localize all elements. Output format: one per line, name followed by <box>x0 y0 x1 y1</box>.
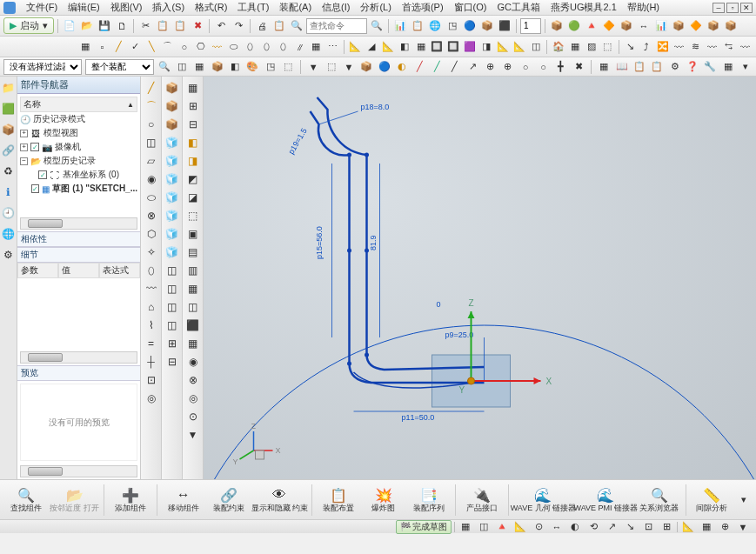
cmd-open-proximity[interactable]: 📂按邻近度 打开 <box>52 484 97 515</box>
cmd-wave-geom[interactable]: 🌊WAVE 几何 链接器 <box>515 484 571 515</box>
cut-icon[interactable]: ✂ <box>137 18 153 34</box>
grp2-d-icon[interactable]: ◳ <box>445 18 460 34</box>
scroll-thumb[interactable] <box>28 219 63 228</box>
collapse-icon[interactable]: − <box>20 157 28 165</box>
rail-navigator-icon[interactable]: 📁 <box>3 82 15 94</box>
vt1-16-icon[interactable]: ◎ <box>144 390 159 406</box>
command-search-input[interactable] <box>306 18 367 34</box>
vt3-18-icon[interactable]: ⊙ <box>185 409 201 424</box>
vt2-11-icon[interactable]: ◫ <box>164 281 180 297</box>
vt3-13-icon[interactable]: ⬛ <box>185 317 201 333</box>
vt2-3-icon[interactable]: 🧊 <box>164 135 180 150</box>
sk-circle-icon[interactable]: ○ <box>177 39 191 55</box>
tree-model-history[interactable]: −📂模型历史记录 <box>20 154 137 168</box>
sk-b5-icon[interactable]: 🔲 <box>430 39 445 55</box>
menu-edit[interactable]: 编辑(E) <box>63 1 105 14</box>
open-file-icon[interactable]: 📂 <box>79 18 95 34</box>
flt-15-icon[interactable]: ╱ <box>412 59 426 75</box>
clipboard-icon[interactable]: 📋 <box>271 18 287 34</box>
sk-a7-icon[interactable]: ⎔ <box>193 39 208 55</box>
sk-d4-icon[interactable]: ≋ <box>688 39 703 55</box>
vt2-13-icon[interactable]: ◫ <box>164 317 180 333</box>
grp2-c-icon[interactable]: 🌐 <box>427 18 443 34</box>
sk-d5-icon[interactable]: 〰 <box>705 39 719 55</box>
flt-r1-icon[interactable]: 📖 <box>615 59 629 75</box>
expand-icon[interactable]: + <box>20 144 28 151</box>
st-3-icon[interactable]: 📐 <box>512 519 528 535</box>
detail-col-expr[interactable]: 表达式 <box>99 263 140 278</box>
sk-a11-icon[interactable]: ⬯ <box>259 39 274 55</box>
sk-b0-icon[interactable]: 📐 <box>347 39 362 55</box>
flt-23-icon[interactable]: ╋ <box>554 59 568 75</box>
flt-16-icon[interactable]: ╱ <box>430 59 444 75</box>
vt2-12-icon[interactable]: ◫ <box>164 299 180 315</box>
vt2-4-icon[interactable]: 🧊 <box>164 153 180 169</box>
vt3-10-icon[interactable]: ▥ <box>185 263 201 278</box>
vt1-1-icon[interactable]: ○ <box>144 117 159 132</box>
grp2-g-icon[interactable]: ⬛ <box>497 18 512 34</box>
grp3-1-icon[interactable]: 🟢 <box>566 18 582 34</box>
detail-col-param[interactable]: 参数 <box>17 263 58 278</box>
sk-d7-icon[interactable]: 〰 <box>738 39 753 55</box>
sk-a4-icon[interactable]: ╲ <box>144 39 159 55</box>
vt3-8-icon[interactable]: ▣ <box>185 226 201 242</box>
flt-6-icon[interactable]: ◳ <box>264 59 278 75</box>
navigator-tree[interactable]: 名称▲ 🕘历史记录模式 +🖼模型视图 +✓📷摄像机 −📂模型历史记录 ✓⛶基准坐… <box>17 94 140 216</box>
vt3-6-icon[interactable]: ◪ <box>185 190 201 205</box>
rail-reuse-icon[interactable]: ♻ <box>3 165 15 177</box>
undo-icon[interactable]: ↶ <box>213 18 229 34</box>
vt3-16-icon[interactable]: ⊗ <box>185 372 201 388</box>
flt-9-icon[interactable]: ▼ <box>306 59 320 75</box>
vt1-2-icon[interactable]: ◫ <box>144 135 159 150</box>
sk-d2-icon[interactable]: 🔀 <box>656 39 671 55</box>
vt3-12-icon[interactable]: ◫ <box>185 299 201 315</box>
cmd-clearance[interactable]: 📏间隙分析 <box>692 484 731 515</box>
flt-17-icon[interactable]: ╱ <box>448 59 462 75</box>
vt2-9-icon[interactable]: 🧊 <box>164 244 180 260</box>
cmd-relation-browser[interactable]: 🔍关系浏览器 <box>640 484 679 515</box>
menu-yanxiu[interactable]: 燕秀UG模具2.1 <box>545 1 622 14</box>
vt1-3-icon[interactable]: ▱ <box>144 153 159 169</box>
vt1-8-icon[interactable]: ✧ <box>144 244 159 260</box>
vt2-10-icon[interactable]: ◫ <box>164 263 180 278</box>
flt-4-icon[interactable]: ◧ <box>228 59 242 75</box>
menu-file[interactable]: 文件(F) <box>21 1 63 14</box>
save-icon[interactable]: 💾 <box>97 18 112 34</box>
vt3-5-icon[interactable]: ◩ <box>185 171 201 187</box>
panel-hscroll[interactable] <box>20 465 137 477</box>
sk-arc-icon[interactable]: ⌒ <box>161 39 176 55</box>
vt1-4-icon[interactable]: ◉ <box>144 171 159 187</box>
filter-select-1[interactable]: 没有选择过滤器 <box>3 59 82 75</box>
sk-c2-icon[interactable]: ▨ <box>584 39 599 55</box>
page-icon[interactable]: 🗋 <box>114 18 130 34</box>
vt3-1-icon[interactable]: ⊞ <box>185 98 201 114</box>
cmd-wave-pmi[interactable]: 🌊WAVE PMI 链接器 <box>579 484 633 515</box>
flt-18-icon[interactable]: ↗ <box>465 59 479 75</box>
vt3-7-icon[interactable]: ⬚ <box>185 208 201 224</box>
grp2-a-icon[interactable]: 📊 <box>392 18 408 34</box>
vt2-0-icon[interactable]: 📦 <box>164 80 180 96</box>
flt-19-icon[interactable]: ⊕ <box>483 59 497 75</box>
rail-part-icon[interactable]: 🟩 <box>3 103 15 115</box>
vt1-6-icon[interactable]: ⊗ <box>144 208 159 224</box>
sk-a0-icon[interactable]: ▦ <box>78 39 93 55</box>
vt3-14-icon[interactable]: ▦ <box>185 336 201 351</box>
details-header[interactable]: 细节 <box>17 247 140 263</box>
st-4-icon[interactable]: ⊙ <box>531 519 546 535</box>
vt2-1-icon[interactable]: 📦 <box>164 98 180 114</box>
tree-datum[interactable]: ✓⛶基准坐标系 (0) <box>20 168 137 182</box>
grp3-10-icon[interactable]: 📦 <box>723 18 739 34</box>
st-2-icon[interactable]: 🔺 <box>494 519 510 535</box>
sk-c3-icon[interactable]: ⬚ <box>600 39 615 55</box>
start-button[interactable]: ▶ 启动 ▾ <box>3 17 54 34</box>
sk-b8-icon[interactable]: ◨ <box>479 39 494 55</box>
menu-insert[interactable]: 插入(S) <box>147 1 190 14</box>
vt3-0-icon[interactable]: ▦ <box>185 80 201 96</box>
vt3-11-icon[interactable]: ▦ <box>185 281 201 297</box>
menu-help[interactable]: 帮助(H) <box>622 1 665 14</box>
st-1-icon[interactable]: ◫ <box>476 519 492 535</box>
close-button[interactable]: ✕ <box>740 3 753 13</box>
st-9-icon[interactable]: ↘ <box>622 519 638 535</box>
vt3-2-icon[interactable]: ⊟ <box>185 117 201 132</box>
sk-b7-icon[interactable]: 🟪 <box>463 39 478 55</box>
